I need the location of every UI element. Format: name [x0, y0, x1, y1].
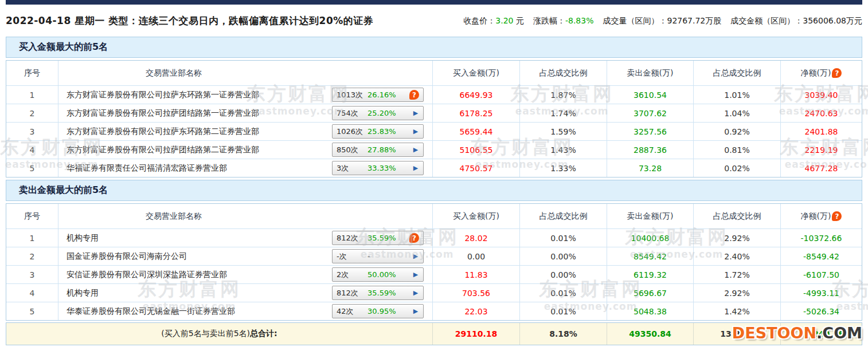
- col-seq: 序号: [6, 204, 58, 228]
- badge-count: 812次: [337, 233, 363, 243]
- amount-value: 356006.08万元: [803, 16, 862, 25]
- rank-badge[interactable]: -次 - ▶: [332, 249, 424, 263]
- close-unit: 元: [513, 16, 523, 25]
- rank-badge[interactable]: 1026次 25.83% ▶: [332, 124, 424, 139]
- headline-row: 2022-04-18 星期一 类型：连续三个交易日内，跌幅偏离值累计达到20%的…: [6, 11, 862, 27]
- expand-arrow-icon[interactable]: ▶: [412, 128, 419, 135]
- row-seq: 4: [6, 284, 58, 302]
- table-row: 2 东方财富证券股份有限公司拉萨团结路第一证券营业部 754次 25.20% ▶…: [6, 104, 862, 122]
- badge-count: 3次: [337, 163, 363, 174]
- net-amount: -8549.42: [780, 247, 862, 265]
- expand-arrow-icon[interactable]: ▶: [412, 253, 419, 260]
- table-row: 4 东方财富证券股份有限公司拉萨团结路第二证券营业部 850次 27.88% ▶…: [6, 140, 862, 159]
- close-label: 收盘价：: [463, 16, 495, 25]
- totals-sell-ratio: 13.86%: [693, 323, 780, 345]
- sell-amount: 8549.42: [607, 247, 693, 265]
- rank-badge[interactable]: 1013次 26.16% ?: [332, 88, 424, 102]
- change-label: 涨跌幅：: [533, 16, 565, 25]
- badge-pct: 27.88%: [367, 145, 408, 154]
- question-icon[interactable]: ?: [409, 233, 419, 243]
- volume-label: 成交量（区间）：: [603, 16, 667, 25]
- badge-pct: 25.20%: [367, 109, 408, 117]
- sell-ratio: 0.02%: [693, 159, 780, 177]
- rank-badge[interactable]: 42次 30.95% ▶: [332, 304, 424, 318]
- rank-badge[interactable]: 812次 35.59% ▶: [332, 286, 424, 300]
- buy-ratio: 0.00%: [519, 247, 607, 265]
- badge-pct: 35.59%: [367, 289, 408, 297]
- branch-cell: 华泰证券股份有限公司无锡金融一街证券营业部 42次 30.95% ▶: [58, 302, 432, 320]
- col-branch-name: 交易营业部名称: [58, 61, 432, 85]
- rank-badge[interactable]: 2次 50.00% ▶: [332, 267, 424, 282]
- expand-arrow-icon[interactable]: ▶: [412, 271, 419, 278]
- buy-table: 序号 交易营业部名称 买入金额(万) 占总成交比例 卖出金额(万) 占总成交比例…: [6, 60, 862, 178]
- badge-pct: 30.95%: [367, 307, 408, 316]
- badge-pct: -: [367, 252, 408, 261]
- page: 2022-04-18 星期一 类型：连续三个交易日内，跌幅偏离值累计达到20%的…: [0, 0, 868, 345]
- stat-close: 收盘价：3.20 元: [463, 16, 524, 26]
- branch-name: 机构专用: [67, 288, 99, 298]
- table-row: 1 机构专用 812次 35.59% ? 28.02 0.01% 10400.6…: [6, 228, 862, 247]
- totals-buy-ratio: 8.18%: [519, 323, 607, 345]
- sell-amount: 3707.62: [607, 104, 693, 122]
- expand-arrow-icon[interactable]: ▶: [412, 289, 419, 297]
- col-sell-ratio: 占总成交比例: [693, 204, 780, 228]
- rank-badge[interactable]: 754次 25.20% ▶: [332, 106, 424, 120]
- branch-name: 东方财富证券股份有限公司拉萨团结路第一证券营业部: [67, 108, 259, 119]
- col-branch-name: 交易营业部名称: [58, 204, 432, 228]
- buy-amount: 5106.55: [432, 141, 519, 159]
- table-row: 5 华福证券有限责任公司福清清宏路证券营业部 3次 33.33% ▶ 4750.…: [6, 159, 862, 177]
- branch-cell: 机构专用 812次 35.59% ▶: [58, 284, 432, 302]
- col-buy-amount: 买入金额(万): [432, 204, 519, 228]
- branch-name: 华泰证券股份有限公司无锡金融一街证券营业部: [67, 306, 235, 317]
- close-value: 3.20: [495, 16, 513, 25]
- expand-arrow-icon[interactable]: ▶: [412, 146, 419, 153]
- buy-amount: 703.56: [432, 284, 519, 302]
- buy-ratio: 0.00%: [519, 266, 607, 283]
- stat-change: 涨跌幅：-8.83%: [533, 16, 594, 26]
- sell-amount: 3257.56: [607, 123, 693, 140]
- table-row: 3 安信证券股份有限公司深圳深盐路证券营业部 2次 50.00% ▶ 11.83…: [6, 265, 862, 283]
- change-value: -8.83%: [565, 16, 594, 25]
- net-amount: 2401.88: [780, 123, 862, 140]
- stat-amount: 成交金额（区间）：356006.08万元: [730, 16, 862, 26]
- branch-cell: 东方财富证券股份有限公司拉萨团结路第一证券营业部 754次 25.20% ▶: [58, 104, 432, 122]
- sell-table-header: 序号 交易营业部名称 买入金额(万) 占总成交比例 卖出金额(万) 占总成交比例…: [6, 204, 862, 228]
- rank-badge[interactable]: 3次 33.33% ▶: [332, 161, 424, 175]
- totals-sell: 49350.84: [607, 323, 693, 345]
- badge-count: 2次: [337, 270, 363, 280]
- badge-pct: 25.83%: [367, 127, 408, 136]
- totals-buy: 29110.18: [432, 323, 519, 345]
- buy-ratio: 1.33%: [519, 159, 607, 177]
- branch-cell: 国金证券股份有限公司海南分公司 -次 - ▶: [58, 247, 432, 265]
- sell-amount: 6119.32: [607, 266, 693, 283]
- buy-ratio: 1.59%: [519, 123, 607, 140]
- expand-arrow-icon[interactable]: ▶: [412, 307, 419, 315]
- net-amount: 3039.40: [780, 86, 862, 104]
- help-question-icon[interactable]: ?: [832, 211, 842, 221]
- stat-volume: 成交量（区间）：92767.72万股: [603, 16, 721, 26]
- buy-section-header: 买入金额最大的前5名: [6, 37, 862, 58]
- rank-badge[interactable]: 812次 35.59% ?: [332, 231, 424, 245]
- sell-section-title: 卖出金额最大的前5名: [19, 184, 108, 196]
- row-seq: 1: [6, 86, 58, 104]
- badge-count: -次: [337, 251, 363, 262]
- help-question-icon[interactable]: ?: [832, 68, 842, 78]
- badge-count: 1013次: [337, 90, 363, 100]
- branch-name: 机构专用: [67, 233, 99, 243]
- net-amount: -10372.66: [780, 229, 862, 247]
- amount-label: 成交金额（区间）：: [730, 16, 803, 25]
- table-row: 5 华泰证券股份有限公司无锡金融一街证券营业部 42次 30.95% ▶ 22.…: [6, 302, 862, 320]
- row-seq: 2: [6, 104, 58, 122]
- rank-badge[interactable]: 850次 27.88% ▶: [332, 143, 424, 157]
- badge-count: 754次: [337, 108, 363, 119]
- buy-section-title: 买入金额最大的前5名: [19, 41, 108, 53]
- question-icon[interactable]: ?: [409, 90, 419, 100]
- expand-arrow-icon[interactable]: ▶: [412, 109, 419, 117]
- branch-cell: 东方财富证券股份有限公司拉萨东环路第一证券营业部 1013次 26.16% ?: [58, 86, 432, 104]
- expand-arrow-icon[interactable]: ▶: [412, 164, 419, 172]
- row-seq: 2: [6, 247, 58, 265]
- buy-amount: 6649.93: [432, 86, 519, 104]
- buy-amount: 28.02: [432, 229, 519, 247]
- net-amount: -6107.50: [780, 266, 862, 283]
- sell-ratio: 1.42%: [693, 302, 780, 320]
